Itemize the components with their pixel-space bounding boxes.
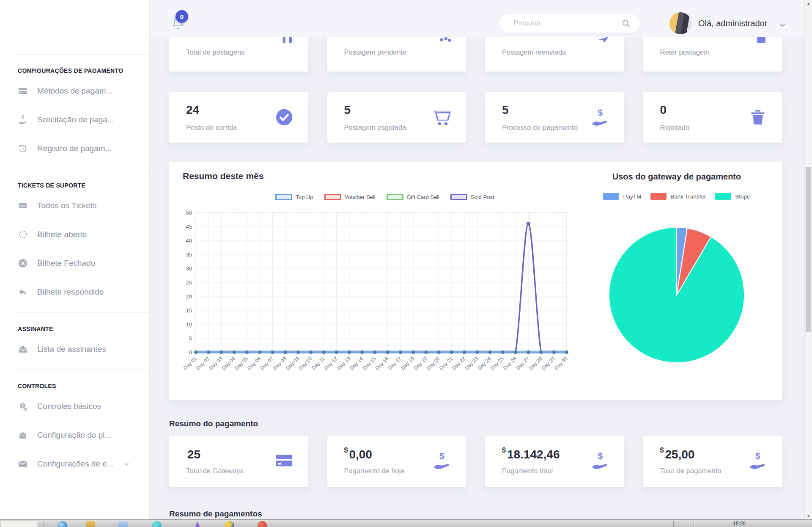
- notification-count-badge: 0: [176, 10, 188, 23]
- svg-text:Day 08: Day 08: [272, 356, 288, 371]
- taskbar-sphere-app-icon[interactable]: [225, 521, 234, 527]
- sidebar-item-label: Controles básicos: [37, 402, 101, 411]
- user-greeting[interactable]: Olá, administrador: [698, 19, 767, 28]
- stat-label: Taxa de pagamento: [660, 467, 721, 475]
- svg-text:Day 15: Day 15: [362, 356, 377, 371]
- sidebar-item-solicita-o-de-paga[interactable]: $Solicitação de paga...: [0, 105, 149, 134]
- stat-card: $25,00 Taxa de pagamento $: [643, 436, 782, 487]
- resend-icon: [596, 37, 611, 44]
- sidebar-item-configura-es-de-e[interactable]: Configurações de e...: [0, 450, 149, 478]
- hand-dollar-icon: $: [590, 108, 610, 127]
- legend-item[interactable]: Bank Transfer: [650, 193, 706, 200]
- stat-card: Total de postagens: [169, 37, 308, 72]
- user-avatar[interactable]: [669, 12, 691, 34]
- sidebar-item-label: Bilhete aberto: [37, 230, 87, 239]
- search-bar: [499, 14, 640, 33]
- sidebar-item-bilhete-aberto[interactable]: Bilhete aberto: [0, 220, 149, 249]
- legend-item[interactable]: Sold Post: [450, 194, 494, 200]
- legend-item[interactable]: Gift Card Sell: [387, 194, 439, 200]
- sidebar-item-label: Bilhete respondido: [37, 287, 104, 297]
- sidebar-item-bilhete-respondido[interactable]: Bilhete respondido: [0, 278, 149, 306]
- chevron-down-icon[interactable]: [779, 21, 786, 29]
- scroll-down-arrow-icon[interactable]: ▼: [805, 513, 812, 520]
- svg-text:15: 15: [186, 307, 192, 314]
- stat-value: 25: [186, 447, 200, 461]
- sidebar-item-configura-o-do-pl[interactable]: Configuração do pl...: [0, 421, 149, 450]
- dashboard-app: CONFIGURAÇÕES DE PAGAMENTOMétodos de pag…: [0, 0, 812, 527]
- pending-icon: [438, 37, 453, 44]
- hand-dollar-icon: $: [590, 451, 610, 470]
- stat-label: Total de Gateways: [186, 467, 244, 475]
- taskbar-browser-icon[interactable]: [58, 521, 67, 527]
- sidebar: CONFIGURAÇÕES DE PAGAMENTOMétodos de pag…: [0, 0, 150, 527]
- svg-text:Day 21: Day 21: [438, 356, 454, 371]
- bell-icon: [170, 25, 186, 33]
- svg-text:Day 04: Day 04: [221, 356, 236, 371]
- line-chart-legend: Top UpVoucher SellGift Card SellSold Pos…: [195, 194, 575, 200]
- stat-card: Postagem reenviada: [485, 37, 624, 72]
- scroll-up-arrow-icon[interactable]: ▲: [805, 0, 812, 7]
- cart-icon: [432, 108, 452, 127]
- svg-text:50: 50: [186, 210, 192, 216]
- stat-value: $25,00: [660, 447, 695, 461]
- taskbar-start-button[interactable]: [1, 521, 38, 527]
- stat-card: 5 Processo de pagamento $: [485, 92, 624, 143]
- check-circle-icon: [274, 108, 294, 127]
- stat-label: Reter postagem: [660, 48, 710, 56]
- sidebar-item-registro-de-pagam[interactable]: Registro de pagam...: [0, 134, 149, 163]
- posts-icon: [280, 37, 295, 44]
- line-chart-title: Resumo deste mês: [183, 171, 263, 181]
- sidebar-item-lista-de-assinantes[interactable]: Lista de assinantes: [0, 335, 149, 364]
- stat-value: 0: [660, 103, 667, 117]
- stat-value: $0,00: [344, 447, 372, 461]
- sidebar-item-m-todos-de-pagam[interactable]: Métodos de pagam...: [0, 77, 149, 105]
- sidebar-item-label: Bilhete Fechado: [37, 259, 95, 268]
- taskbar-purple-app-icon[interactable]: [193, 521, 202, 527]
- svg-text:Day 23: Day 23: [464, 356, 480, 371]
- sidebar-item-label: Configuração do pl...: [37, 430, 111, 440]
- svg-text:Day 20: Day 20: [425, 356, 441, 371]
- svg-text:Day 12: Day 12: [323, 356, 339, 371]
- legend-item[interactable]: PayTM: [603, 193, 641, 200]
- legend-item[interactable]: Voucher Sell: [324, 194, 376, 200]
- svg-text:$: $: [598, 451, 603, 461]
- x-circle-icon: [18, 258, 28, 268]
- svg-text:35: 35: [186, 251, 192, 258]
- taskbar-window-icon[interactable]: [118, 521, 128, 527]
- svg-text:25: 25: [186, 279, 192, 286]
- scrollbar-thumb[interactable]: [806, 167, 811, 332]
- svg-text:Day 02: Day 02: [195, 356, 211, 371]
- sidebar-item-label: Solicitação de paga...: [37, 115, 114, 124]
- svg-text:Day 13: Day 13: [336, 356, 351, 371]
- svg-text:5: 5: [189, 335, 192, 342]
- sidebar-item-todos-os-tickets[interactable]: Todos os Tickets: [0, 191, 149, 220]
- svg-text:Day 07: Day 07: [259, 356, 275, 371]
- sidebar-divider: [15, 370, 149, 370]
- sidebar-section-heading: CONTROLES: [18, 383, 149, 389]
- ticket-icon: [18, 201, 28, 211]
- taskbar-folder-icon[interactable]: [86, 521, 95, 527]
- legend-swatch: [275, 194, 292, 200]
- svg-text:Day 14: Day 14: [348, 356, 364, 371]
- vertical-scrollbar[interactable]: ▲ ▼: [804, 0, 812, 520]
- search-input[interactable]: [513, 19, 621, 28]
- taskbar-red-app-icon[interactable]: [258, 521, 267, 527]
- stat-card: $18.142,46 Pagamento total $: [485, 436, 624, 487]
- legend-swatch: [603, 193, 619, 200]
- sidebar-item-bilhete-fechado[interactable]: Bilhete Fechado: [0, 249, 149, 278]
- sidebar-divider: [15, 312, 149, 313]
- sidebar-section-heading: TICKETS DE SUPORTE: [18, 182, 149, 189]
- stat-label: Pagamento total: [502, 467, 553, 475]
- sidebar-section-heading: ASSINANTE: [18, 326, 149, 332]
- stat-label: Processo de pagamento: [502, 124, 578, 132]
- svg-text:0: 0: [189, 349, 192, 356]
- legend-item[interactable]: Top Up: [275, 194, 313, 200]
- stat-label: Postagem reenviada: [502, 48, 566, 56]
- svg-text:Day 06: Day 06: [247, 356, 262, 371]
- taskbar-teal-app-icon[interactable]: [152, 521, 162, 527]
- stat-card: Postagem pendente: [327, 37, 466, 72]
- search-icon[interactable]: [621, 19, 631, 28]
- sidebar-item-controles-b-sicos[interactable]: Controles básicos: [0, 392, 149, 421]
- legend-item[interactable]: Stripe: [715, 193, 750, 200]
- legend-label: Bank Transfer: [670, 193, 706, 200]
